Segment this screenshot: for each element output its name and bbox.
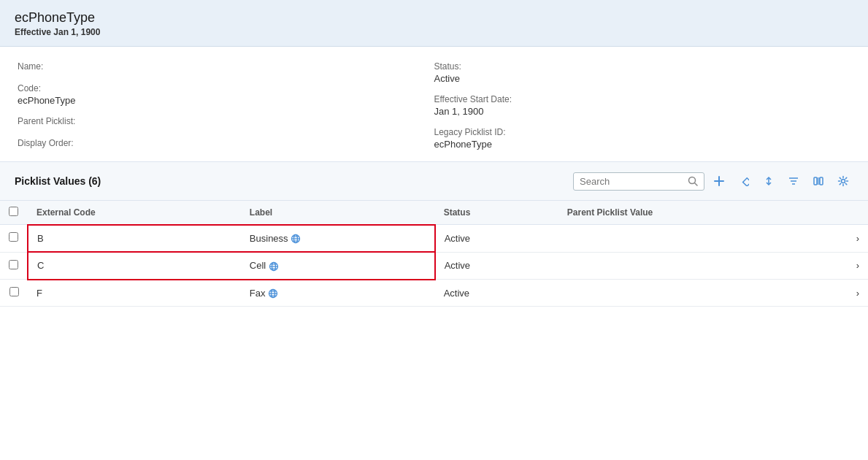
effective-date-label: Effective Start Date:	[434, 94, 851, 104]
display-order-label: Display Order:	[18, 138, 434, 148]
status-header: Status	[435, 201, 558, 225]
legacy-picklist-id-label: Legacy Picklist ID:	[434, 127, 851, 137]
actions-header	[846, 201, 868, 225]
globe-icon	[268, 288, 278, 299]
parent-picklist-value-cell	[558, 225, 846, 253]
diamond-button[interactable]	[734, 171, 754, 191]
status-cell: Active	[435, 225, 558, 253]
table-header-row: External Code Label Status Parent Pickli…	[0, 201, 868, 225]
status-field: Status: Active	[434, 61, 851, 84]
name-label: Name:	[18, 61, 434, 72]
row-chevron[interactable]: ›	[846, 252, 868, 280]
sort-button[interactable]	[758, 171, 779, 191]
legacy-picklist-id-value: ecPhoneType	[434, 139, 851, 150]
label-text: Business	[250, 233, 291, 244]
filter-button[interactable]	[783, 171, 804, 191]
form-section: Name: Code: ecPhoneType Parent Picklist:…	[0, 47, 868, 161]
picklist-table: External Code Label Status Parent Pickli…	[0, 200, 868, 307]
picklist-title: Picklist Values (6)	[15, 175, 101, 187]
status-value: Active	[434, 73, 851, 84]
parent-picklist-label: Parent Picklist:	[18, 116, 434, 126]
add-button[interactable]	[709, 171, 729, 191]
picklist-toolbar	[573, 171, 853, 191]
svg-rect-10	[820, 177, 823, 185]
row-checkbox-cell	[0, 252, 28, 280]
code-value: ecPhoneType	[18, 95, 434, 106]
external-code-cell: B	[28, 225, 241, 253]
form-left: Name: Code: ecPhoneType Parent Picklist:…	[18, 61, 434, 150]
select-all-header[interactable]	[0, 201, 28, 225]
page-header: ecPhoneType Effective Jan 1, 1900	[0, 0, 868, 47]
effective-date-value: Jan 1, 1900	[434, 106, 851, 117]
effective-date-field: Effective Start Date: Jan 1, 1900	[434, 94, 851, 117]
table-row: BBusiness Active›	[0, 225, 868, 253]
status-cell: Active	[435, 252, 558, 280]
page-subtitle: Effective Jan 1, 1900	[15, 27, 853, 37]
label-header: Label	[241, 201, 435, 225]
external-code-cell: F	[28, 280, 241, 307]
row-chevron[interactable]: ›	[846, 280, 868, 307]
svg-rect-4	[743, 178, 749, 186]
display-order-field: Display Order:	[18, 138, 434, 150]
globe-icon	[291, 234, 301, 244]
external-code-header: External Code	[28, 201, 241, 225]
row-checkbox[interactable]	[9, 232, 18, 242]
code-field: Code: ecPhoneType	[18, 83, 434, 106]
label-text: Fax	[250, 288, 268, 299]
row-checkbox[interactable]	[9, 287, 19, 296]
parent-picklist-field: Parent Picklist:	[18, 116, 434, 128]
table-row: CCell Active›	[0, 252, 868, 280]
picklist-section: Picklist Values (6)	[0, 161, 868, 307]
row-chevron[interactable]: ›	[846, 225, 868, 253]
code-label: Code:	[18, 83, 434, 93]
status-label: Status:	[434, 61, 851, 72]
picklist-header: Picklist Values (6)	[0, 162, 868, 200]
page-title: ecPhoneType	[15, 10, 853, 26]
name-field: Name:	[18, 61, 434, 73]
label-text: Cell	[250, 260, 269, 271]
settings-button[interactable]	[833, 171, 853, 191]
row-checkbox-cell	[0, 225, 28, 253]
label-cell: Fax	[241, 280, 435, 307]
label-cell: Business	[241, 225, 435, 253]
table-body: BBusiness Active›CCell Active›FFax Activ…	[0, 225, 868, 307]
row-checkbox-cell	[0, 280, 28, 307]
status-cell: Active	[435, 280, 558, 307]
svg-line-1	[695, 183, 698, 186]
svg-point-13	[842, 180, 845, 183]
legacy-picklist-id-field: Legacy Picklist ID: ecPhoneType	[434, 127, 851, 150]
parent-picklist-value-cell	[558, 252, 846, 280]
columns-button[interactable]	[808, 171, 829, 191]
globe-icon	[269, 261, 279, 272]
table-row: FFax Active›	[0, 280, 868, 307]
search-input[interactable]	[580, 176, 683, 187]
parent-picklist-value-header: Parent Picklist Value	[558, 201, 846, 225]
page-wrapper: ecPhoneType Effective Jan 1, 1900 Name: …	[0, 0, 868, 460]
search-box[interactable]	[573, 172, 704, 191]
row-checkbox[interactable]	[9, 260, 18, 269]
form-right: Status: Active Effective Start Date: Jan…	[434, 61, 851, 150]
label-cell: Cell	[241, 252, 435, 280]
external-code-cell: C	[28, 252, 241, 280]
search-icon	[688, 176, 698, 186]
svg-rect-9	[814, 177, 817, 185]
select-all-checkbox[interactable]	[9, 207, 18, 216]
parent-picklist-value-cell	[558, 280, 846, 307]
